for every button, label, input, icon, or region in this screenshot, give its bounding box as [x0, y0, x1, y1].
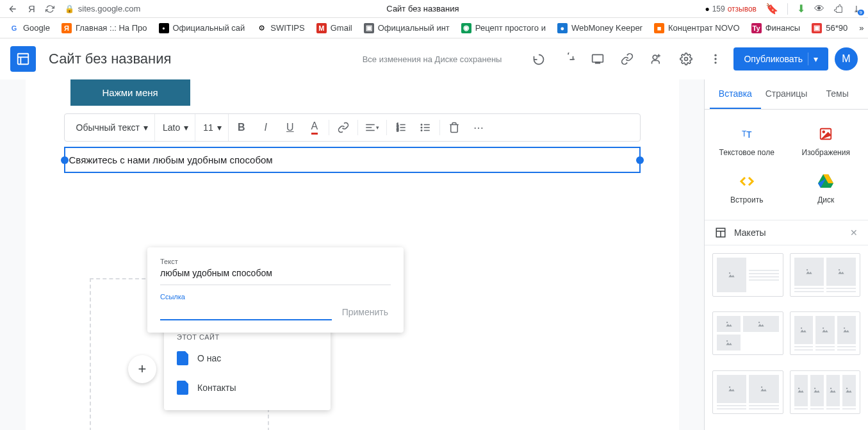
- preview-button[interactable]: [586, 47, 609, 70]
- align-button[interactable]: ▾: [361, 116, 384, 139]
- svg-point-47: [844, 327, 845, 329]
- settings-button[interactable]: [675, 47, 698, 70]
- layout-option[interactable]: [790, 311, 861, 355]
- svg-marker-50: [761, 388, 767, 391]
- layout-option[interactable]: [790, 370, 861, 414]
- link-button[interactable]: [616, 47, 639, 70]
- downloads-icon[interactable]: ⤓9: [853, 4, 860, 14]
- svg-text:3: 3: [397, 128, 398, 132]
- eye-icon[interactable]: 👁: [814, 3, 824, 15]
- user-avatar[interactable]: M: [835, 47, 858, 70]
- svg-point-53: [798, 388, 799, 389]
- reload-button[interactable]: [45, 4, 54, 13]
- svg-point-55: [814, 388, 815, 389]
- italic-button[interactable]: I: [254, 116, 277, 139]
- tool-drive[interactable]: Диск: [789, 167, 864, 210]
- bookmark-favicon: •: [159, 23, 169, 33]
- svg-point-22: [421, 124, 422, 126]
- bookmark-favicon: ⊙: [256, 23, 266, 33]
- tab-themes[interactable]: Темы: [812, 79, 863, 109]
- more-options-button[interactable]: ⋯: [467, 116, 490, 139]
- bullet-list-button[interactable]: [414, 116, 437, 139]
- bookmark-item[interactable]: ▣56*90: [808, 23, 851, 33]
- save-status: Все изменения на Диске сохранены: [363, 54, 502, 64]
- bold-button[interactable]: B: [230, 116, 253, 139]
- url-text: sites.google.com: [78, 4, 141, 13]
- publish-button[interactable]: Опубликовать ▾: [733, 47, 828, 70]
- tool-embed[interactable]: Встроить: [710, 167, 784, 210]
- bookmark-icon[interactable]: 🔖: [766, 3, 778, 15]
- suggestions-header: ЭТОТ САЙТ: [164, 331, 331, 343]
- resize-handle-right[interactable]: [636, 156, 644, 164]
- custom-button[interactable]: Нажми меня: [70, 79, 190, 106]
- tab-insert[interactable]: Вставка: [710, 79, 761, 109]
- undo-button[interactable]: [527, 47, 550, 70]
- yandex-button[interactable]: Я: [28, 3, 35, 14]
- resize-handle-left[interactable]: [61, 156, 69, 164]
- bookmark-item[interactable]: ■Концентрат NOVO: [650, 23, 744, 33]
- bookmark-item[interactable]: ◉Рецепт простого и: [457, 23, 550, 33]
- svg-point-33: [807, 269, 808, 270]
- link-input[interactable]: [160, 304, 332, 320]
- redo-button[interactable]: [557, 47, 580, 70]
- svg-point-9: [715, 62, 717, 63]
- popover-text-value[interactable]: любым удобным способом: [160, 265, 391, 285]
- back-button[interactable]: [8, 4, 18, 14]
- bookmark-item[interactable]: •Официальный сай: [155, 23, 249, 33]
- more-button[interactable]: [704, 47, 727, 70]
- underline-button[interactable]: U: [279, 116, 302, 139]
- style-select[interactable]: Обычный текст▾: [70, 114, 156, 141]
- svg-point-23: [421, 127, 422, 128]
- extension-icon[interactable]: [833, 4, 844, 14]
- bookmark-item[interactable]: MGmail: [313, 23, 356, 33]
- layout-option[interactable]: [790, 253, 861, 297]
- tool-textbox[interactable]: Tт Текстовое поле: [710, 120, 784, 162]
- fontsize-select[interactable]: 11▾: [197, 114, 229, 141]
- layout-option[interactable]: [712, 253, 783, 297]
- popover-link-label: Ссылка: [160, 293, 391, 301]
- bookmarks-overflow[interactable]: »: [855, 23, 867, 33]
- delete-button[interactable]: [443, 116, 466, 139]
- add-fab[interactable]: +: [128, 355, 156, 383]
- share-button[interactable]: [645, 47, 668, 70]
- svg-point-51: [761, 386, 762, 388]
- bookmark-item[interactable]: TyФинансы: [748, 23, 805, 33]
- reviews-widget[interactable]: ●159отзывов: [705, 4, 757, 13]
- svg-marker-42: [801, 330, 807, 333]
- layout-option[interactable]: [712, 311, 783, 355]
- selected-text-block[interactable]: Свяжитесь с нами любым удобным способом: [64, 147, 641, 173]
- svg-point-57: [830, 388, 831, 389]
- bookmark-item[interactable]: ●WebMoney Keeper: [553, 23, 646, 33]
- svg-marker-58: [846, 390, 852, 393]
- download-arrow-icon[interactable]: ⬇: [797, 3, 805, 15]
- bookmark-item[interactable]: ЯГлавная :.: На Про: [58, 23, 151, 33]
- lock-icon: 🔒: [65, 4, 74, 13]
- text-icon: Tт: [738, 125, 756, 143]
- numbered-list-button[interactable]: 123: [389, 116, 413, 139]
- font-select[interactable]: Lato▾: [156, 114, 195, 141]
- site-title[interactable]: Сайт без названия: [49, 51, 171, 67]
- app-header: Сайт без названия Все изменения на Диске…: [0, 38, 868, 79]
- bookmark-item[interactable]: GGoogle: [5, 23, 54, 33]
- tool-images[interactable]: Изображения: [789, 120, 864, 162]
- layouts-section-header[interactable]: Макеты ✕: [705, 220, 868, 245]
- apply-button[interactable]: Применить: [340, 302, 391, 322]
- browser-extensions: ●159отзывов 🔖 ⬇ 👁 ⤓9: [705, 3, 860, 15]
- insert-link-button[interactable]: [332, 116, 355, 139]
- editor-canvas[interactable]: Нажми меня Обычный текст▾ Lato▾ 11▾ B I …: [0, 79, 704, 430]
- bookmark-favicon: Ty: [751, 23, 762, 33]
- bookmark-favicon: ▣: [364, 23, 374, 33]
- svg-marker-32: [806, 271, 812, 274]
- suggestion-item-contacts[interactable]: Контакты: [164, 373, 331, 402]
- bookmark-item[interactable]: ▣Официальный инт: [360, 23, 454, 33]
- close-icon[interactable]: ✕: [850, 227, 858, 238]
- bookmark-item[interactable]: ⊙SWITIPS: [252, 23, 308, 33]
- svg-rect-4: [596, 62, 600, 63]
- tab-pages[interactable]: Страницы: [761, 79, 812, 109]
- layout-option[interactable]: [712, 370, 783, 414]
- address-bar[interactable]: 🔒 sites.google.com: [65, 4, 141, 13]
- bookmark-favicon: G: [9, 23, 19, 33]
- suggestion-item-about[interactable]: О нас: [164, 343, 331, 373]
- text-color-button[interactable]: A: [303, 116, 326, 139]
- sites-logo[interactable]: [10, 46, 36, 72]
